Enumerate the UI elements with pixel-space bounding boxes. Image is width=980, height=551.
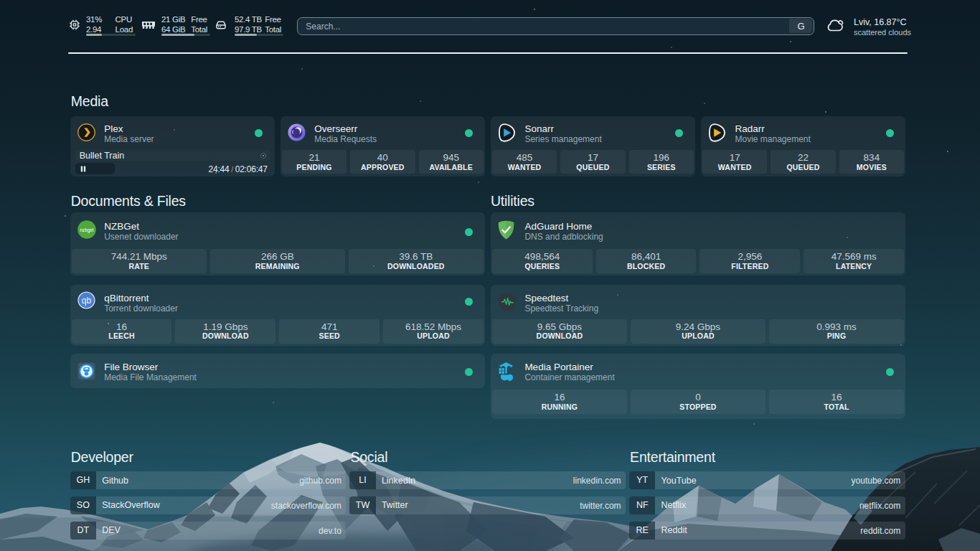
svg-text:qb: qb [82,296,92,306]
svg-text:nzbget: nzbget [80,227,94,233]
